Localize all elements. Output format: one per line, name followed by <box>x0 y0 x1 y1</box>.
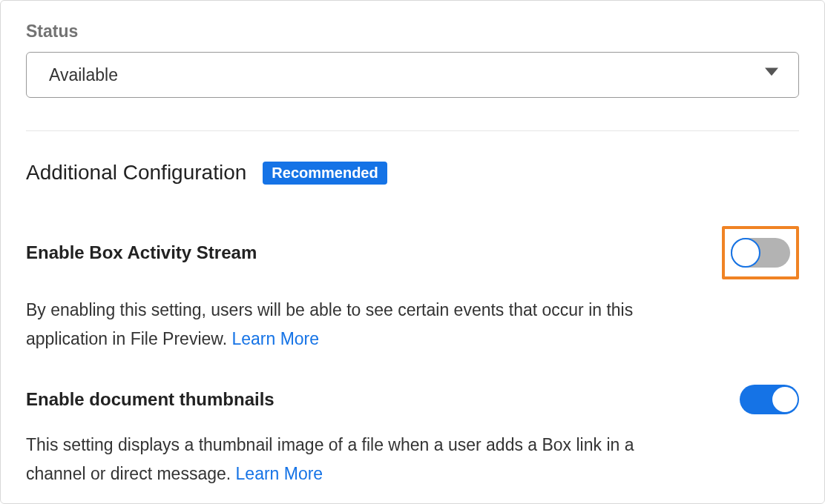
setting-document-thumbnails: Enable document thumbnails This setting … <box>26 385 799 488</box>
setting-header-row: Enable Box Activity Stream <box>26 226 799 279</box>
setting-title: Enable Box Activity Stream <box>26 242 257 263</box>
status-label: Status <box>26 21 799 42</box>
status-select-wrap: Available <box>26 52 799 98</box>
section-title: Additional Configuration <box>26 161 246 185</box>
toggle-highlight <box>722 226 799 279</box>
activity-stream-toggle[interactable] <box>731 238 790 268</box>
setting-title: Enable document thumbnails <box>26 389 275 410</box>
learn-more-link[interactable]: Learn More <box>231 329 319 348</box>
status-select-value: Available <box>49 65 118 85</box>
setting-description-text: This setting displays a thumbnail image … <box>26 435 634 483</box>
setting-description: This setting displays a thumbnail image … <box>26 431 679 488</box>
divider <box>26 130 799 131</box>
settings-panel: Status Available Additional Configuratio… <box>0 0 825 504</box>
learn-more-link[interactable]: Learn More <box>236 464 323 483</box>
section-header: Additional Configuration Recommended <box>26 161 799 185</box>
setting-description: By enabling this setting, users will be … <box>26 296 679 354</box>
toggle-knob <box>772 387 798 412</box>
setting-header-row: Enable document thumbnails <box>26 385 799 414</box>
recommended-badge: Recommended <box>263 162 387 185</box>
toggle-knob <box>731 238 760 268</box>
document-thumbnails-toggle[interactable] <box>740 385 799 414</box>
status-select[interactable]: Available <box>26 52 799 98</box>
setting-activity-stream: Enable Box Activity Stream By enabling t… <box>26 226 799 354</box>
setting-description-text: By enabling this setting, users will be … <box>26 300 633 348</box>
